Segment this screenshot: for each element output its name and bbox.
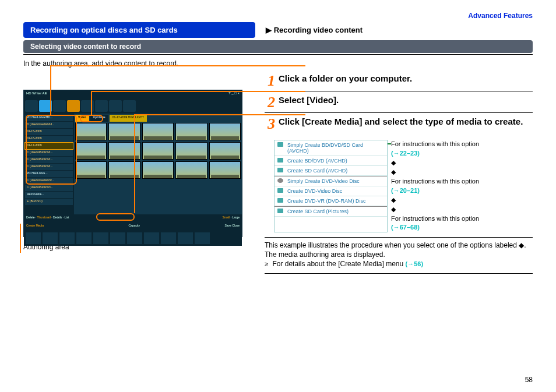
authoring-bar: Create Media Capacity Save Close bbox=[24, 223, 242, 231]
divider bbox=[265, 273, 533, 274]
video-thumb[interactable] bbox=[175, 142, 207, 160]
step-1: 1 Click a folder on your computer. bbox=[265, 73, 533, 91]
video-thumb[interactable] bbox=[175, 123, 207, 140]
leader-line-3b bbox=[134, 114, 305, 115]
leader-line-1b bbox=[50, 65, 305, 66]
app-toolbar bbox=[24, 98, 242, 114]
video-thumb[interactable] bbox=[142, 142, 174, 160]
menu-item[interactable]: Create DVD-Video Disc bbox=[275, 186, 387, 196]
import-button[interactable] bbox=[25, 100, 38, 112]
sidebar-item[interactable]: E (BD/DVD) bbox=[25, 199, 73, 205]
note-text: For details about the [Create Media] men… bbox=[265, 260, 533, 269]
page-number: 58 bbox=[525, 376, 533, 384]
step-2: 2 Select [Video]. bbox=[265, 95, 533, 113]
edit-button[interactable] bbox=[53, 100, 66, 112]
subsection-title: Selecting video content to record bbox=[23, 40, 533, 53]
menu-item[interactable]: Create BD/DVD (AVCHD) bbox=[275, 156, 387, 166]
video-thumb[interactable] bbox=[209, 142, 241, 160]
authoring-tray[interactable] bbox=[24, 231, 242, 246]
leader-line-1 bbox=[50, 65, 51, 115]
step-text: Click a folder on your computer. bbox=[279, 73, 533, 84]
tab-highlight[interactable]: 01-17-2009 HIGHLIGHT bbox=[110, 115, 147, 122]
create-media-menu[interactable]: Simply Create BD/DVD/SD Card (AVCHD) Cre… bbox=[274, 140, 388, 232]
step-text: Select [Video]. bbox=[279, 95, 533, 106]
menu-item[interactable]: Create DVD-VR (DVD-RAM) Disc bbox=[275, 196, 387, 206]
video-thumb[interactable] bbox=[209, 161, 241, 179]
sidebar-item[interactable]: Removable... bbox=[25, 192, 73, 198]
delete-button[interactable] bbox=[123, 100, 136, 112]
leader-line-3 bbox=[134, 114, 135, 213]
video-thumb[interactable] bbox=[142, 123, 174, 140]
thumbnail-pane: Video Up Name 01-17-2009 HIGHLIGHT bbox=[74, 114, 242, 214]
page-ref[interactable]: (→20–21) bbox=[391, 186, 479, 196]
leader-line-2 bbox=[91, 91, 92, 115]
video-thumb[interactable] bbox=[108, 161, 140, 179]
note-text: This example illustrates the procedure w… bbox=[265, 241, 533, 250]
step-number: 2 bbox=[265, 95, 275, 110]
callout-create-media-highlight bbox=[96, 213, 135, 221]
title-row: Recording on optical discs and SD cards … bbox=[23, 22, 533, 38]
section-link[interactable]: Advanced Features bbox=[23, 12, 533, 20]
breadcrumb: ▶ Recording video content bbox=[255, 22, 373, 38]
leader-line-2b bbox=[91, 91, 305, 92]
menu-item[interactable]: Simply Create BD/DVD/SD Card (AVCHD) bbox=[275, 140, 387, 156]
step-3: 3 Click [Create Media] and select the ty… bbox=[265, 116, 533, 134]
video-thumb[interactable] bbox=[175, 161, 207, 179]
page-ref[interactable]: (→56) bbox=[406, 260, 424, 267]
video-thumb[interactable] bbox=[75, 142, 107, 160]
note-text: The media authoring area is displayed. bbox=[265, 250, 533, 260]
step-text: Click [Create Media] and select the type… bbox=[279, 116, 533, 128]
menu-annotations: For instructions with this option (→22–2… bbox=[391, 140, 479, 232]
divider bbox=[23, 54, 533, 55]
create-media-button[interactable] bbox=[67, 100, 80, 112]
page-title: Recording on optical discs and SD cards bbox=[23, 22, 255, 38]
page-ref[interactable]: (→67–68) bbox=[391, 223, 479, 232]
capture-button[interactable] bbox=[95, 100, 108, 112]
window-controls-icon[interactable]: ? _ □ × bbox=[228, 91, 240, 97]
video-thumb[interactable] bbox=[108, 142, 140, 160]
video-thumb[interactable] bbox=[142, 161, 174, 179]
video-thumb[interactable] bbox=[209, 123, 241, 140]
step-number: 1 bbox=[265, 73, 275, 89]
menu-item[interactable]: Simply Create DVD-Video Disc bbox=[275, 176, 387, 186]
page-ref[interactable]: (→22–23) bbox=[391, 149, 479, 158]
menu-item[interactable]: Create SD Card (Pictures) bbox=[275, 207, 387, 217]
video-thumb[interactable] bbox=[75, 123, 107, 140]
sidebar-item[interactable]: C (Users/Public/Pi... bbox=[25, 185, 73, 191]
video-thumb[interactable] bbox=[75, 161, 107, 179]
callout-video-tab-highlight bbox=[80, 115, 103, 122]
leader-line-auth bbox=[20, 224, 21, 253]
callout-folder-highlight bbox=[26, 115, 77, 185]
divider bbox=[265, 237, 533, 238]
create-media-footer-button[interactable]: Create Media bbox=[26, 224, 44, 229]
step-number: 3 bbox=[265, 116, 275, 132]
search-button[interactable] bbox=[109, 100, 122, 112]
video-thumb[interactable] bbox=[108, 123, 140, 140]
menu-item[interactable]: Create SD Card (AVCHD) bbox=[275, 166, 387, 176]
